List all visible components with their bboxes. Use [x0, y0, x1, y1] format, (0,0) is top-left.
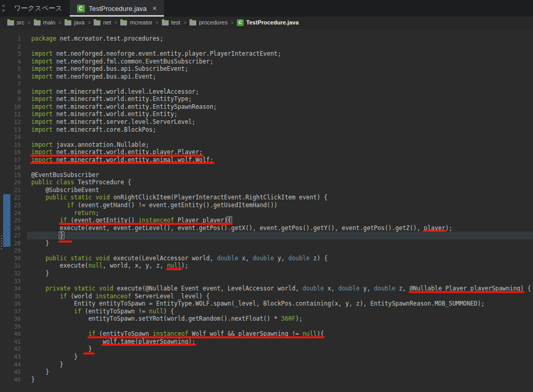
code-line[interactable]: 35 if (world instanceof ServerLevel _lev…: [0, 293, 533, 300]
breadcrumb-folder[interactable]: main: [34, 19, 56, 26]
code-token: [31, 330, 88, 337]
code-line[interactable]: 24 return;: [0, 209, 533, 217]
code-line[interactable]: 7: [0, 80, 533, 88]
code-line[interactable]: 36 Entity entityToSpawn = EntityType.WOL…: [0, 300, 533, 308]
tab-workspace[interactable]: ワークスペース: [7, 0, 70, 17]
code-line[interactable]: 40 if (entityToSpawn instanceof Wolf wol…: [0, 330, 533, 338]
line-number: 4: [0, 58, 27, 66]
code-line[interactable]: 28 }: [0, 239, 533, 247]
code-line[interactable]: 19@EventBusSubscriber: [0, 171, 533, 179]
code-line[interactable]: 1package net.mcreator.test.procedures;: [0, 35, 533, 43]
breadcrumb-folder-label: mcreator: [130, 19, 152, 26]
breadcrumb-file[interactable]: C TestProcedure.java: [237, 19, 299, 26]
code-line[interactable]: 10import net.minecraft.world.entity.Enti…: [0, 103, 533, 111]
code-token: z,: [396, 285, 410, 292]
breadcrumb-folder[interactable]: procedures: [189, 19, 227, 26]
folder-icon: [162, 20, 169, 26]
tab-scroll-forward-icon[interactable]: >: [2, 8, 5, 13]
code-line[interactable]: 11import net.minecraft.world.entity.Enti…: [0, 110, 533, 118]
code-editor[interactable]: 1package net.mcreator.test.procedures;23…: [0, 29, 533, 392]
code-line[interactable]: 46}: [0, 376, 533, 384]
red-marked-token: import: [31, 156, 53, 163]
code-line[interactable]: 41 wolf.tame(playerSpawning);: [0, 338, 533, 346]
code-line[interactable]: 42 }: [0, 345, 533, 353]
code-line[interactable]: 43 }: [0, 353, 533, 361]
code-line[interactable]: 14: [0, 133, 533, 141]
code-token: null: [88, 262, 103, 269]
breadcrumb-folder[interactable]: java: [65, 19, 84, 26]
code-text: entityToSpawn.setYRot(world.getRandom().…: [31, 315, 302, 322]
code-token: }: [31, 353, 78, 360]
code-line[interactable]: 4import net.neoforged.fml.common.EventBu…: [0, 58, 533, 66]
code-line[interactable]: 33: [0, 277, 533, 285]
code-line[interactable]: 16import net.minecraft.world.entity.play…: [0, 148, 533, 156]
line-number: 7: [0, 81, 27, 88]
code-token: net.minecraft.world.entity.EntityType;: [53, 95, 192, 103]
code-line[interactable]: 22 public static void onRightClickItem(P…: [0, 194, 533, 201]
code-line[interactable]: 3import net.neoforged.neoforge.event.ent…: [0, 50, 533, 58]
code-line[interactable]: 18: [0, 163, 533, 171]
breadcrumb-folder-label: test: [171, 19, 181, 26]
code-line[interactable]: 32 }: [0, 270, 533, 277]
code-token: y,: [274, 255, 288, 262]
breadcrumb-folder[interactable]: net: [94, 19, 111, 26]
code-token: execute(@Nullable Event event, LevelAcce…: [113, 285, 302, 292]
code-line[interactable]: 37 if (entityToSpawn != null) {: [0, 308, 533, 315]
chevron-right-icon: >: [115, 20, 118, 26]
line-number: 37: [0, 308, 27, 316]
code-token: import: [31, 58, 53, 65]
code-token: [31, 255, 45, 262]
code-token: javax.annotation.Nullable;: [53, 141, 149, 148]
breadcrumb-folder[interactable]: mcreator: [120, 19, 152, 26]
code-token: net.minecraft.world.entity.Entity;: [53, 110, 177, 118]
line-number: 16: [0, 149, 27, 157]
code-token: net.neoforged.bus.api.SubscribeEvent;: [53, 65, 188, 72]
code-line[interactable]: 21 @SubscribeEvent: [0, 186, 533, 194]
code-text: }: [31, 345, 92, 352]
code-token: net.neoforged.fml.common.EventBusSubscri…: [53, 58, 213, 65]
code-text: public static void onRightClickItem(Play…: [31, 194, 327, 201]
code-text: Entity entityToSpawn = EntityType.WOLF.s…: [31, 300, 485, 307]
code-token: public: [45, 194, 67, 201]
code-token: double: [252, 255, 274, 262]
code-line[interactable]: 2: [0, 43, 533, 50]
tab-close-icon[interactable]: ×: [153, 4, 157, 12]
chevron-right-icon: >: [183, 20, 186, 26]
code-line[interactable]: 25 if (event.getEntity() instanceof Play…: [0, 217, 533, 224]
breadcrumb-folder-label: src: [17, 19, 24, 26]
line-number: 11: [0, 111, 27, 119]
code-line[interactable]: 5import net.neoforged.bus.api.SubscribeE…: [0, 65, 533, 73]
code-line[interactable]: 17import net.minecraft.world.entity.anim…: [0, 156, 533, 164]
drag-handle-icon[interactable]: [1, 235, 2, 249]
code-line[interactable]: 30 public static void execute(LevelAcces…: [0, 255, 533, 262]
drag-dot: [1, 248, 2, 249]
code-text: import net.neoforged.bus.api.SubscribeEv…: [31, 65, 188, 72]
breadcrumb-folder[interactable]: src: [7, 19, 24, 26]
code-line[interactable]: 8import net.minecraft.world.level.LevelA…: [0, 88, 533, 96]
code-token: [53, 179, 56, 186]
tab-testprocedure[interactable]: C TestProcedure.java ×: [70, 0, 164, 17]
code-line[interactable]: 9import net.minecraft.world.entity.Entit…: [0, 95, 533, 103]
red-marked-token: import: [31, 148, 53, 156]
code-line[interactable]: 27 }: [0, 232, 533, 239]
code-line[interactable]: 31 execute(null, world, x, y, z, null);: [0, 262, 533, 270]
code-text: }: [31, 353, 78, 360]
code-line[interactable]: 15import javax.annotation.Nullable;: [0, 141, 533, 149]
code-line[interactable]: 38 entityToSpawn.setYRot(world.getRandom…: [0, 315, 533, 323]
code-line[interactable]: 6import net.neoforged.bus.api.Event;: [0, 73, 533, 81]
code-line[interactable]: 34 private static void execute(@Nullable…: [0, 285, 533, 293]
code-token: void: [99, 285, 113, 292]
code-line[interactable]: 44 }: [0, 361, 533, 369]
line-number: 29: [0, 247, 27, 255]
code-token: import: [31, 88, 53, 95]
breadcrumb-folder[interactable]: test: [162, 19, 181, 26]
code-line[interactable]: 20public class TestProcedure {: [0, 179, 533, 186]
code-line[interactable]: 26 execute(event, event.getLevel(), even…: [0, 224, 533, 232]
code-line[interactable]: 39: [0, 323, 533, 331]
code-line[interactable]: 45 }: [0, 368, 533, 376]
code-line[interactable]: 12import net.minecraft.server.level.Serv…: [0, 118, 533, 126]
code-line[interactable]: 13import net.minecraft.core.BlockPos;: [0, 126, 533, 134]
gutter-change-marker[interactable]: [3, 194, 10, 247]
code-line[interactable]: 29: [0, 247, 533, 255]
code-line[interactable]: 23 if (event.getHand() != event.getEntit…: [0, 201, 533, 209]
